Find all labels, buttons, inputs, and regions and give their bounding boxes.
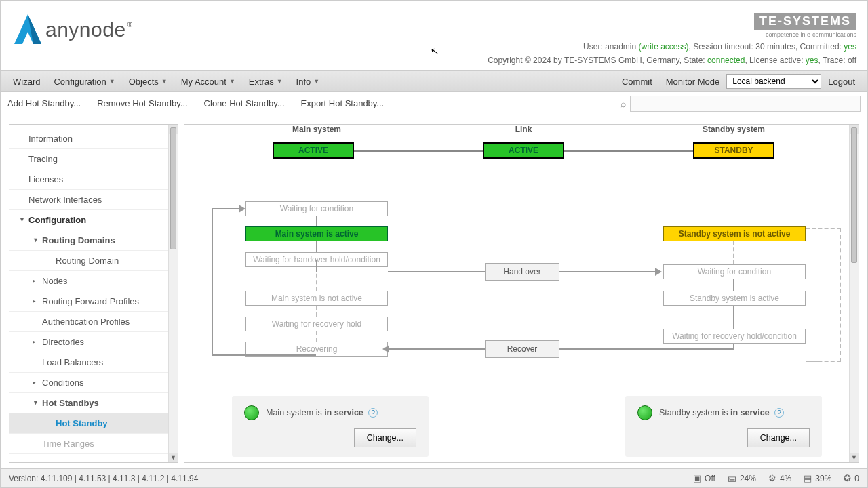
- memory-icon: ▤: [804, 473, 812, 483]
- sidebar-item-information[interactable]: Information: [9, 129, 168, 149]
- cpu-icon: ⚙: [768, 473, 776, 483]
- label-standby-system: Standby system: [686, 125, 781, 134]
- footer-alerts: ✪0: [844, 473, 859, 483]
- sidebar-item-configuration[interactable]: ▼Configuration: [9, 210, 168, 230]
- brand-name: anynode®: [45, 18, 126, 41]
- chevron-right-icon: ▸: [33, 277, 36, 284]
- sidebar-item-network-interfaces[interactable]: Network Interfaces: [9, 190, 168, 210]
- alerts-icon: ✪: [844, 473, 851, 483]
- diagram-line: [559, 271, 656, 272]
- badge-standby: STANDBY: [693, 142, 774, 159]
- footer-recording: ▣Off: [693, 473, 715, 483]
- state-main-active: Main system is active: [245, 226, 388, 241]
- label-main-system: Main system: [279, 125, 354, 134]
- version-text: Version: 4.11.109 | 4.11.53 | 4.11.3 | 4…: [9, 474, 198, 483]
- menu-my-account[interactable]: My Account▼: [174, 73, 242, 91]
- menu-info[interactable]: Info▼: [290, 73, 327, 91]
- diagram-line: [733, 279, 734, 291]
- sidebar-item-time-ranges[interactable]: Time Ranges: [9, 434, 168, 454]
- change-main-button[interactable]: Change...: [354, 428, 416, 447]
- sidebar-item-conditions[interactable]: ▸Conditions: [9, 373, 168, 393]
- sidebar-item-licenses[interactable]: Licenses: [9, 169, 168, 190]
- sidebar-item-hot-standbys[interactable]: ▼Hot Standbys: [9, 393, 168, 413]
- badge-main-active: ACTIVE: [273, 142, 354, 159]
- diagram-dotted-box: [806, 228, 841, 362]
- scroll-thumb[interactable]: [170, 127, 176, 249]
- status-text: Main system is in service ?: [266, 408, 378, 418]
- label-link: Link: [503, 125, 544, 134]
- chevron-right-icon: ▸: [33, 379, 36, 386]
- disk-icon: 🖴: [728, 473, 736, 483]
- menu-wizard[interactable]: Wizard: [6, 73, 47, 91]
- menu-extras[interactable]: Extras▼: [242, 73, 290, 91]
- state-main-not-active: Main system is not active: [245, 291, 388, 306]
- sidebar-item-tracing[interactable]: Tracing: [9, 149, 168, 169]
- menu-monitor-mode[interactable]: Monitor Mode: [659, 73, 726, 91]
- main-system-status-card: Main system is in service ? Change...: [232, 396, 429, 457]
- remove-hot-standby-button[interactable]: Remove Hot Standby...: [97, 98, 187, 108]
- state-waiting-recovery: Waiting for recovery hold: [245, 317, 388, 331]
- chevron-down-icon: ▼: [313, 78, 319, 85]
- main-scrollbar[interactable]: ▲ ▼: [849, 125, 859, 462]
- scroll-thumb[interactable]: [851, 127, 857, 263]
- change-standby-button[interactable]: Change...: [747, 428, 810, 447]
- state-standby-waiting-condition: Waiting for condition: [663, 264, 806, 279]
- status-text: Standby system is in service ?: [659, 408, 784, 418]
- chevron-right-icon: ▸: [33, 298, 36, 304]
- state-standby-not-active: Standby system is not active: [663, 226, 806, 241]
- footer-disk: 🖴24%: [728, 473, 756, 483]
- vendor-badge: TE-SYSTEMS competence in e-communication…: [488, 13, 856, 38]
- sidebar-item-nodes[interactable]: ▸Nodes: [9, 271, 168, 291]
- sidebar-item-directories[interactable]: ▸Directories: [9, 332, 168, 352]
- state-standby-active: Standby system is active: [663, 291, 806, 306]
- mouse-cursor-icon: ↖: [430, 45, 440, 57]
- arrow-right-icon: [655, 268, 662, 276]
- chevron-down-icon: ▼: [19, 216, 25, 223]
- diagram-line: [733, 241, 734, 264]
- chevron-down-icon: ▼: [109, 78, 115, 85]
- sidebar-item-hot-standby[interactable]: Hot Standby: [9, 413, 168, 434]
- sidebar-item-load-balancers[interactable]: Load Balancers: [9, 352, 168, 373]
- diagram-line: [733, 306, 734, 329]
- diagram-line: [316, 306, 317, 317]
- arrow-left-icon: [382, 345, 389, 353]
- menu-commit[interactable]: Commit: [615, 73, 659, 91]
- chevron-down-icon: ▼: [229, 78, 235, 85]
- search-input[interactable]: [630, 96, 861, 112]
- hand-over-button[interactable]: Hand over: [485, 263, 559, 281]
- help-icon[interactable]: ?: [774, 408, 784, 418]
- export-hot-standby-button[interactable]: Export Hot Standby...: [301, 98, 384, 108]
- sidebar-item-routing-forward-profiles[interactable]: ▸Routing Forward Profiles: [9, 291, 168, 312]
- chevron-down-icon: ▼: [161, 78, 167, 85]
- diagram-line: [354, 150, 483, 152]
- chevron-down-icon: ▼: [33, 237, 39, 243]
- nav-tree: Information Tracing Licenses Network Int…: [9, 125, 168, 462]
- sidebar-scrollbar[interactable]: ▲ ▼: [168, 125, 178, 462]
- status-dot-icon: [244, 405, 259, 420]
- help-icon[interactable]: ?: [368, 408, 378, 418]
- scroll-down-icon[interactable]: ▼: [850, 453, 859, 462]
- scroll-down-icon[interactable]: ▼: [169, 453, 178, 462]
- menu-configuration[interactable]: Configuration▼: [47, 73, 121, 91]
- chevron-right-icon: ▸: [33, 338, 36, 345]
- brand-logo: anynode®: [13, 13, 126, 47]
- diagram-line: [212, 208, 240, 209]
- sidebar-item-authentication-profiles[interactable]: Authentication Profiles: [9, 312, 168, 332]
- sidebar-item-routing-domains[interactable]: ▼Routing Domains: [9, 230, 168, 251]
- clone-hot-standby-button[interactable]: Clone Hot Standby...: [204, 98, 285, 108]
- recover-button[interactable]: Recover: [485, 340, 559, 358]
- main-menu: Wizard Configuration▼ Objects▼ My Accoun…: [1, 70, 867, 92]
- sidebar-item-routing-domain[interactable]: Routing Domain: [9, 251, 168, 271]
- diagram-line: [733, 344, 734, 350]
- header: anynode® TE-SYSTEMS competence in e-comm…: [1, 1, 867, 70]
- diagram-line: [316, 260, 317, 272]
- add-hot-standby-button[interactable]: Add Hot Standby...: [7, 98, 81, 108]
- menu-logout[interactable]: Logout: [821, 73, 862, 91]
- menu-objects[interactable]: Objects▼: [122, 73, 174, 91]
- chevron-down-icon: ▼: [277, 78, 283, 85]
- backend-select[interactable]: Local backend: [726, 74, 821, 89]
- hot-standby-actions: Add Hot Standby... Remove Hot Standby...…: [1, 92, 867, 115]
- diagram-line: [559, 348, 734, 350]
- record-icon: ▣: [693, 473, 701, 483]
- diagram-line: [806, 361, 819, 362]
